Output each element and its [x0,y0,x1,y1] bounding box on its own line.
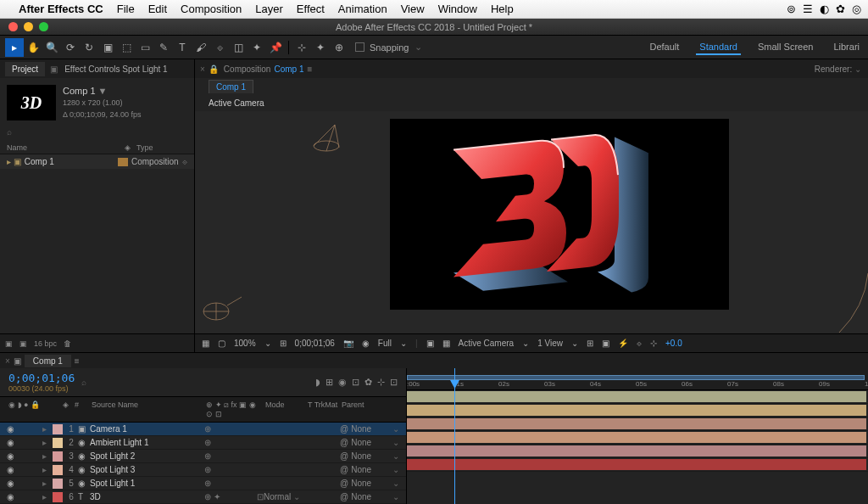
axis-view[interactable]: ⊕ [330,38,348,57]
layer-color[interactable] [53,424,63,434]
visibility-toggle[interactable]: ◉ [7,479,19,488]
brainstorm-icon[interactable]: ✿ [364,377,372,388]
menu-file[interactable]: File [117,3,135,15]
selection-tool[interactable]: ▸ [5,38,24,57]
menu-edit[interactable]: Edit [148,3,167,15]
layer-color[interactable] [53,438,63,448]
tab-project[interactable]: Project [5,62,45,76]
visibility-toggle[interactable]: ◉ [7,492,19,501]
timeline-icon[interactable]: ⟐ [637,339,642,348]
menu-extra-icon[interactable]: ⊚ [787,3,796,15]
parent-pickwhip[interactable]: @None⌄ [340,438,399,447]
workspace-default[interactable]: Default [646,40,682,55]
flowchart-icon[interactable]: ⊹ [650,339,657,348]
rotate-tool[interactable]: ↻ [80,38,98,57]
twirl-icon[interactable]: ▸ [42,438,51,447]
parent-pickwhip[interactable]: @None⌄ [340,451,399,461]
project-item-row[interactable]: ▸ ▣ Comp 1 Composition ⟐ [0,154,194,169]
grid-icon[interactable]: ▦ [202,339,209,348]
visibility-toggle[interactable]: ◉ [7,438,19,447]
menu-composition[interactable]: Composition [181,3,242,15]
app-name[interactable]: After Effects CC [19,3,103,15]
motion-blur-icon[interactable]: ◉ [338,377,347,388]
layer-color[interactable] [53,465,63,475]
timecode[interactable]: 0;00;01;06 [295,339,335,348]
tab-effect-controls[interactable]: Effect Controls Spot Light 1 [58,62,175,76]
interpret-icon[interactable]: ▣ [5,339,13,348]
menu-effect[interactable]: Effect [297,3,325,15]
col-name[interactable]: Name [7,143,125,152]
layer-color[interactable] [53,451,63,462]
transparency-icon[interactable]: ▦ [442,339,450,348]
axis-world[interactable]: ✦ [311,38,330,57]
timeline-ruler[interactable]: :00s01s02s03s04s05s06s07s08s09s10s [407,368,868,390]
layer-track[interactable] [407,390,868,404]
layer-track[interactable] [407,445,868,458]
channel-icon[interactable]: ◉ [362,339,370,348]
current-timecode[interactable]: 0;00;01;06 [8,372,75,384]
menu-view[interactable]: View [401,3,425,15]
close-window[interactable] [8,22,18,31]
menu-extra-icon[interactable]: ◎ [852,3,861,15]
shy-icon[interactable]: ◗ [315,377,320,388]
graph-icon[interactable]: ⊡ [352,377,359,388]
parent-pickwhip[interactable]: @None⌄ [340,465,399,474]
timeline-tab[interactable]: Comp 1 [25,355,71,367]
visibility-toggle[interactable]: ◉ [7,465,19,474]
type-tool[interactable]: T [173,38,192,57]
mask-icon[interactable]: ▢ [218,339,225,348]
axis-local[interactable]: ⊹ [292,38,311,57]
comp-name[interactable]: Comp 1 [274,64,303,74]
parent-pickwhip[interactable]: @None⌄ [340,479,399,488]
layer-name[interactable]: Camera 1 [90,424,204,434]
layer-row[interactable]: ◉▸4◉Spot Light 3⊕@None⌄ [0,463,406,477]
zoom-dropdown[interactable]: 100% [234,339,256,348]
pan-behind-tool[interactable]: ⬚ [117,38,136,57]
col-label[interactable]: ◈ [125,143,136,152]
switches-icon[interactable]: ⊡ [390,377,398,388]
menu-extra-icon[interactable]: ✿ [836,3,845,15]
roto-tool[interactable]: ✦ [248,38,266,57]
menu-extra-icon[interactable]: ☰ [803,3,813,15]
roi-icon[interactable]: ▣ [426,339,434,348]
menu-extra-icon[interactable]: ◐ [820,3,829,15]
lock-icon[interactable]: 🔒 [209,64,219,74]
project-search[interactable] [15,127,187,137]
layer-name[interactable]: Spot Light 2 [90,451,204,461]
layer-color[interactable] [53,492,63,502]
parent-pickwhip[interactable]: @None⌄ [340,492,399,501]
bpc-button[interactable]: 16 bpc [34,339,57,348]
guides-icon[interactable]: ⊞ [587,339,593,348]
comp-thumbnail[interactable]: 3D [7,85,56,120]
twirl-icon[interactable]: ▸ [42,465,51,474]
views-dropdown[interactable]: 1 View [537,339,563,348]
exposure[interactable]: +0.0 [665,339,682,348]
menu-animation[interactable]: Animation [338,3,387,15]
twirl-icon[interactable]: ▸ [42,492,51,501]
composition-viewer[interactable] [195,111,868,333]
clone-tool[interactable]: ⟐ [210,38,229,57]
minimize-window[interactable] [24,22,33,31]
layer-track[interactable] [407,417,868,431]
layer-track[interactable] [407,431,868,445]
new-folder-icon[interactable]: ▣ [19,339,27,348]
workspace-standard[interactable]: Standard [696,40,741,55]
layer-name[interactable]: Spot Light 1 [90,479,204,488]
menu-help[interactable]: Help [491,3,514,15]
menu-window[interactable]: Window [438,3,477,15]
layer-name[interactable]: Spot Light 3 [90,465,204,474]
maximize-window[interactable] [39,22,48,31]
frame-blend-icon[interactable]: ⊞ [326,377,333,388]
hand-tool[interactable]: ✋ [24,38,42,57]
resolution-dropdown[interactable]: Full [378,339,392,348]
workspace-libraries[interactable]: Librari [830,40,863,55]
timeline-search[interactable] [93,378,178,387]
brush-tool[interactable]: 🖌 [192,38,210,57]
layer-row[interactable]: ◉▸6T3D⊕✦⊡Normal ⌄@None⌄ [0,490,406,504]
layer-color[interactable] [53,479,63,489]
eraser-tool[interactable]: ◫ [229,38,248,57]
twirl-icon[interactable]: ▸ [42,424,51,434]
flowchart-tab[interactable]: Comp 1 [209,80,253,93]
res-icon[interactable]: ⊞ [280,339,287,348]
layer-row[interactable]: ◉▸2◉Ambient Light 1⊕@None⌄ [0,436,406,450]
